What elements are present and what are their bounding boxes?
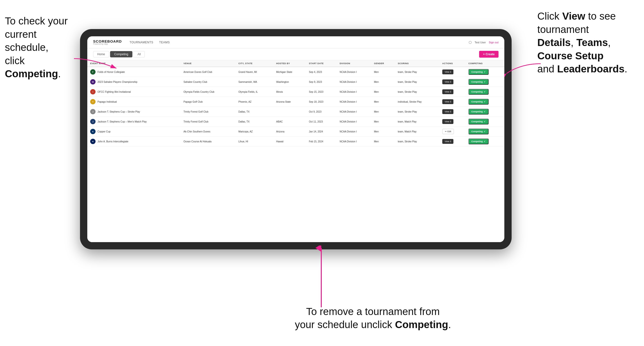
col-hosted-by: HOSTED BY [273, 60, 306, 67]
cell-hosted-by: ABAC [273, 117, 306, 127]
view-button[interactable]: View ℹ [442, 69, 454, 74]
info-icon: ℹ [450, 71, 451, 73]
competing-badge[interactable]: Competing ✓ [468, 79, 488, 85]
col-city-state: CITY, STATE [236, 60, 273, 67]
event-name-text: Papago Individual [98, 101, 117, 103]
cell-scoring: team, Match Play [395, 127, 439, 137]
info-icon: ℹ [450, 81, 451, 83]
navbar-left: SCOREBOARD Powered by clipp TOURNAMENTS … [93, 39, 170, 45]
view-button[interactable]: View ℹ [442, 109, 454, 114]
col-venue: VENUE [181, 60, 236, 67]
filter-bar: Home Competing All + Create [87, 48, 504, 60]
competing-badge[interactable]: Competing ✓ [468, 89, 488, 95]
tab-all[interactable]: All [133, 51, 145, 57]
cell-start-date: Jan 14, 2024 [306, 127, 337, 137]
sign-out-link[interactable]: Sign out [489, 41, 498, 44]
cell-event-name: W 2023 Sahalee Players Championship [87, 77, 181, 87]
cell-venue: Sahalee Country Club [181, 77, 236, 87]
view-button[interactable]: View ℹ [442, 139, 454, 144]
team-logo: Y [90, 99, 96, 104]
arrow-to-competing-tab [72, 54, 120, 73]
checkmark-icon: ✓ [484, 81, 486, 83]
event-name-text: John A. Burns Intercollegiate [98, 140, 128, 143]
event-name-text: OFCC Fighting Illini Invitational [98, 91, 131, 93]
cell-event-name: A Copper Cup [87, 127, 181, 137]
team-logo: W [90, 79, 96, 84]
scoreboard-brand: SCOREBOARD Powered by clipp [93, 39, 122, 45]
table-row: Y Papago Individual Papago Golf ClubPhoe… [87, 97, 504, 107]
cell-venue: Trinity Forest Golf Club [181, 107, 236, 117]
cell-gender: Men [371, 67, 395, 77]
tablet-screen: SCOREBOARD Powered by clipp TOURNAMENTS … [87, 36, 504, 242]
competing-badge[interactable]: Competing ✓ [468, 119, 488, 125]
cell-scoring: team, Stroke Play [395, 107, 439, 117]
scoreboard-title: SCOREBOARD [93, 39, 122, 43]
annotation-top-left: To check your current schedule, click Co… [5, 14, 82, 81]
scoreboard-sub: Powered by clipp [93, 43, 122, 45]
cell-venue: Olympia Fields Country Club [181, 87, 236, 97]
cell-city-state: Olympia Fields, IL [236, 87, 273, 97]
cell-start-date: Sep 9, 2023 [306, 77, 337, 87]
tablet-device: SCOREBOARD Powered by clipp TOURNAMENTS … [80, 29, 512, 249]
cell-hosted-by: Arizona [273, 127, 306, 137]
cell-gender: Men [371, 117, 395, 127]
nav-tournaments[interactable]: TOURNAMENTS [130, 41, 153, 44]
checkmark-icon: ✓ [484, 71, 486, 73]
cell-city-state: Dallas, TX [236, 117, 273, 127]
cell-scoring: team, Stroke Play [395, 67, 439, 77]
cell-venue: Papago Golf Club [181, 97, 236, 107]
view-button[interactable]: View ℹ [442, 99, 454, 104]
cell-venue: Ocean Course At Hokuala [181, 137, 236, 147]
cell-hosted-by: Arizona State [273, 97, 306, 107]
cell-start-date: Feb 15, 2024 [306, 137, 337, 147]
cell-actions: View ℹ [439, 107, 466, 117]
edit-button[interactable]: ✏ Edit [442, 129, 454, 134]
nav-links: TOURNAMENTS TEAMS [130, 41, 170, 44]
cell-start-date: Oct 9, 2023 [306, 107, 337, 117]
table-header-row: EVENT NAME VENUE CITY, STATE HOSTED BY S… [87, 60, 504, 67]
cell-competing: Competing ✓ [466, 77, 504, 87]
info-icon: ℹ [450, 101, 451, 103]
cell-hosted-by: Washington [273, 77, 306, 87]
cell-event-name: J Jackson T. Stephens Cup – Stroke Play [87, 107, 181, 117]
competing-badge[interactable]: Competing ✓ [468, 139, 488, 144]
competing-badge[interactable]: Competing ✓ [468, 109, 488, 115]
col-gender: GENDER [371, 60, 395, 67]
cell-division: NCAA Division I [337, 67, 371, 77]
col-start-date: START DATE [306, 60, 337, 67]
cell-hosted-by [273, 107, 306, 117]
competing-badge[interactable]: Competing ✓ [468, 99, 488, 105]
cell-hosted-by: Michigan State [273, 67, 306, 77]
checkmark-icon: ✓ [484, 140, 486, 143]
checkmark-icon: ✓ [484, 101, 486, 103]
cell-venue: American Dunes Golf Club [181, 67, 236, 77]
cell-start-date: Sep 18, 2023 [306, 97, 337, 107]
competing-badge[interactable]: Competing ✓ [468, 129, 488, 134]
view-button[interactable]: View ℹ [442, 79, 454, 84]
info-icon: ℹ [450, 91, 451, 93]
cell-venue: Trinity Forest Golf Club [181, 117, 236, 127]
cell-actions: View ℹ [439, 77, 466, 87]
info-icon: ℹ [450, 110, 451, 113]
competing-badge[interactable]: Competing ✓ [468, 69, 488, 75]
info-icon: ℹ [450, 120, 451, 123]
create-button[interactable]: + Create [479, 51, 498, 58]
nav-teams[interactable]: TEAMS [159, 41, 170, 44]
event-name-text: 2023 Sahalee Players Championship [98, 81, 138, 83]
cell-city-state: Sammamish, WA [236, 77, 273, 87]
team-logo: H [90, 139, 96, 144]
tournament-table-container: EVENT NAME VENUE CITY, STATE HOSTED BY S… [87, 60, 504, 242]
cell-start-date: Oct 11, 2023 [306, 117, 337, 127]
table-row: I OFCC Fighting Illini Invitational Olym… [87, 87, 504, 97]
cell-actions: View ℹ [439, 117, 466, 127]
annotation-top-right: Click View to see tournament Details, Te… [537, 10, 639, 76]
cell-division: NCAA Division I [337, 97, 371, 107]
cell-actions: ✏ Edit [439, 127, 466, 137]
cell-city-state: Maricopa, AZ [236, 127, 273, 137]
cell-division: NCAA Division I [337, 127, 371, 137]
view-button[interactable]: View ℹ [442, 89, 454, 94]
cell-city-state: Grand Haven, MI [236, 67, 273, 77]
view-button[interactable]: View ℹ [442, 119, 454, 124]
cell-actions: View ℹ [439, 87, 466, 97]
cell-competing: Competing ✓ [466, 107, 504, 117]
